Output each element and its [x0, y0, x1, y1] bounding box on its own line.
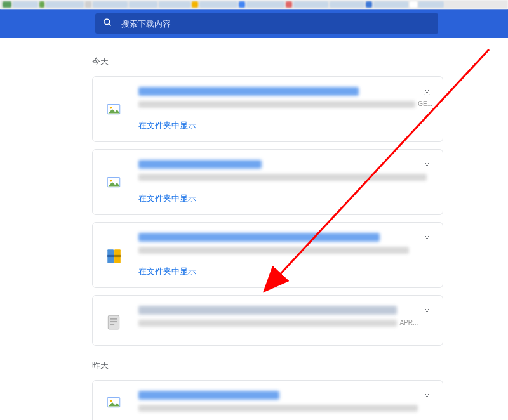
- svg-line-1: [109, 23, 110, 25]
- svg-rect-16: [108, 315, 119, 329]
- section-label-yesterday: 昨天: [92, 360, 508, 371]
- archive-file-icon: [105, 247, 122, 263]
- svg-point-0: [104, 18, 110, 24]
- download-item: 在文件夹中显示: [92, 222, 443, 288]
- downloads-header: [0, 9, 508, 38]
- svg-rect-17: [110, 318, 117, 320]
- browser-tabstrip: [0, 0, 508, 9]
- remove-download-button[interactable]: [420, 388, 434, 402]
- download-url: [138, 101, 415, 108]
- download-filename[interactable]: [138, 306, 397, 315]
- download-item: [92, 380, 443, 420]
- search-icon: [103, 18, 112, 30]
- image-file-icon: [105, 394, 122, 410]
- svg-point-3: [110, 107, 112, 108]
- download-url: [138, 247, 409, 254]
- svg-point-23: [110, 400, 112, 402]
- search-box: [95, 13, 438, 34]
- remove-download-button[interactable]: [420, 84, 434, 98]
- remove-download-button[interactable]: [420, 230, 434, 244]
- download-item: APR...: [92, 295, 443, 346]
- remove-download-button[interactable]: [420, 157, 434, 171]
- svg-rect-12: [114, 255, 121, 257]
- svg-point-7: [110, 180, 112, 181]
- download-filename[interactable]: [138, 160, 262, 169]
- download-filename[interactable]: [138, 391, 279, 400]
- show-in-folder-link[interactable]: 在文件夹中显示: [138, 266, 432, 277]
- exe-file-icon: [105, 312, 122, 329]
- svg-rect-19: [110, 324, 115, 325]
- search-input[interactable]: [121, 19, 431, 29]
- image-file-icon: [105, 174, 122, 190]
- svg-rect-13: [107, 255, 114, 257]
- section-label-today: 今天: [92, 56, 508, 67]
- download-item: 在文件夹中显示: [92, 149, 443, 215]
- download-filename[interactable]: [138, 233, 380, 242]
- show-in-folder-link[interactable]: 在文件夹中显示: [138, 194, 432, 204]
- svg-rect-18: [110, 321, 117, 322]
- download-url: [138, 174, 427, 181]
- show-in-folder-link[interactable]: 在文件夹中显示: [138, 121, 432, 131]
- download-url: [138, 320, 397, 327]
- download-url: [138, 405, 418, 412]
- image-file-icon: [105, 101, 122, 117]
- remove-download-button[interactable]: [420, 303, 434, 317]
- download-item: GE... 在文件夹中显示: [92, 76, 443, 142]
- downloads-content: 今天 GE... 在文件夹中显示: [0, 38, 508, 420]
- download-filename[interactable]: [138, 87, 359, 96]
